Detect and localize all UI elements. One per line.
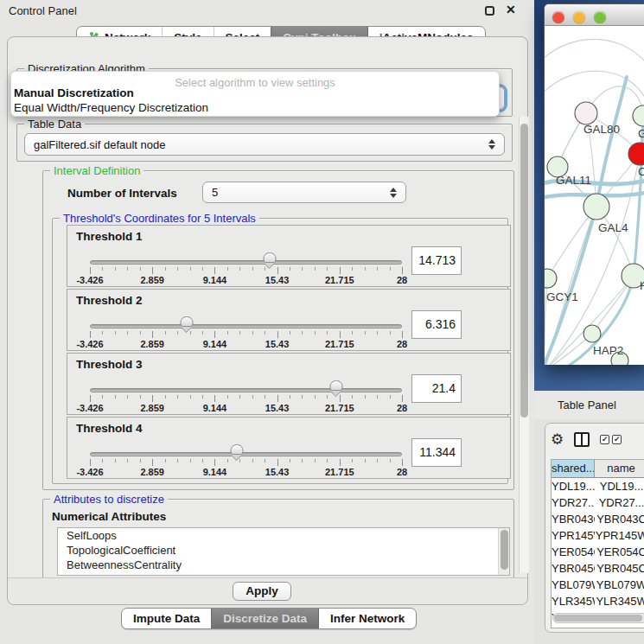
node-attribute-table[interactable]: shared... name YDL19... YDL19... YDR27..… <box>551 459 644 628</box>
group-title: Threshold's Coordinates for 5 Intervals <box>60 212 259 225</box>
slider-tick-labels: -3.426 2.859 9.144 15.43 21.715 28 <box>90 339 402 349</box>
tick-label: 2.859 <box>140 275 164 285</box>
slider-tick-labels: -3.426 2.859 9.144 15.43 21.715 28 <box>90 403 402 413</box>
list-item[interactable]: SelfLoops <box>58 528 509 543</box>
close-traffic-light[interactable] <box>552 11 564 23</box>
group-title: Table Data <box>24 118 85 131</box>
num-intervals-combobox[interactable]: 5 <box>202 182 406 203</box>
node-label: GAL80 <box>583 123 620 136</box>
node-clipped-g[interactable] <box>633 105 644 126</box>
slider-track[interactable] <box>90 452 402 456</box>
threshold-2-panel: Threshold 2 -3.426 2.859 9.144 15.43 21.… <box>67 289 511 351</box>
table-row[interactable]: YBR043C YBR043C <box>552 511 644 527</box>
tick-label: 15.43 <box>265 467 290 477</box>
float-window-icon[interactable] <box>485 6 494 16</box>
scrollbar-thumb[interactable] <box>554 615 642 622</box>
table-row[interactable]: YLR345W YLR345W <box>552 593 644 609</box>
node-label: GAL4 <box>598 221 628 234</box>
dropdown-option-manual[interactable]: Manual Discretization <box>14 86 134 99</box>
checkbox-icon[interactable]: ✓ <box>600 435 609 444</box>
table-row[interactable]: YBL079W YBL079W <box>552 577 644 593</box>
tab-discretize-data[interactable]: Discretize Data <box>211 609 318 628</box>
table-row[interactable]: YBR045C YBR045C <box>552 560 644 577</box>
cell-shared: YDR27... <box>552 494 595 511</box>
node-gal80[interactable] <box>575 102 597 124</box>
threshold-value-field[interactable]: 6.316 <box>411 310 462 339</box>
attributes-list[interactable]: SelfLoops TopologicalCoefficient Between… <box>57 527 510 576</box>
checkbox-icon[interactable]: ✓ <box>612 435 622 444</box>
tick-label: 28 <box>397 403 407 413</box>
apply-row: Apply <box>8 577 527 604</box>
bottom-tab-bar: Impute Data Discretize Data Infer Networ… <box>121 608 417 629</box>
column-visibility-icons[interactable]: ✓ ✓ <box>600 435 622 444</box>
threshold-1-panel: Threshold 1 -3.426 2.859 9.144 15.43 21.… <box>67 225 511 287</box>
node-label: G <box>638 127 644 140</box>
node-gcy1[interactable] <box>545 269 557 288</box>
gear-icon[interactable]: ⚙ <box>551 432 564 447</box>
node-gal4[interactable] <box>583 194 609 220</box>
zoom-traffic-light[interactable] <box>594 11 606 23</box>
tick-label: 28 <box>397 275 407 285</box>
scrollbar-thumb[interactable] <box>520 124 528 418</box>
tick-label: 9.144 <box>203 403 227 413</box>
node-label: GCY1 <box>546 290 578 303</box>
slider-thumb[interactable] <box>330 380 343 391</box>
node-label: H <box>640 279 644 292</box>
slider-ticks <box>90 395 403 402</box>
cell-name: YER054C <box>595 544 644 560</box>
slider-thumb[interactable] <box>180 316 193 327</box>
tab-infer-network[interactable]: Infer Network <box>318 609 416 628</box>
list-item[interactable]: BetweennessCentrality <box>58 558 509 572</box>
cell-name: YBR045C <box>595 560 644 577</box>
stepper-arrows-icon <box>389 182 398 202</box>
column-layout-icon[interactable] <box>574 432 590 447</box>
table-header-row: shared... name <box>552 460 644 478</box>
table-data-combobox[interactable]: galFiltered.sif default node <box>24 133 505 156</box>
node-hap2[interactable] <box>583 325 601 342</box>
cyni-toolbox-panel: Discretization Algorithm Table Data galF… <box>7 36 528 605</box>
tick-label: 15.43 <box>265 275 290 285</box>
minimize-traffic-light[interactable] <box>573 11 585 23</box>
table-row[interactable]: YDR27... YDR27... <box>552 494 644 511</box>
column-header-shared-name[interactable]: shared... <box>552 460 595 477</box>
table-row[interactable]: YPR145W YPR145W <box>552 527 644 544</box>
list-scrollbar[interactable] <box>498 528 509 575</box>
tick-label: 28 <box>397 339 407 349</box>
node-label: C <box>638 165 644 178</box>
tab-impute-data[interactable]: Impute Data <box>122 609 211 628</box>
slider-track[interactable] <box>90 388 402 392</box>
threshold-value-field[interactable]: 14.713 <box>411 246 462 275</box>
stepper-arrows-icon <box>488 134 496 155</box>
slider-track[interactable] <box>90 324 402 328</box>
table-row[interactable]: YDL19... YDL19... <box>552 478 644 494</box>
tick-label: 15.43 <box>265 403 290 413</box>
table-row[interactable]: YER054C YER054C <box>552 544 644 560</box>
column-header-name[interactable]: name <box>595 460 644 477</box>
cell-shared: YPR145W <box>552 527 595 544</box>
node-selected-red[interactable] <box>628 143 644 165</box>
apply-button[interactable]: Apply <box>233 582 291 601</box>
slider-track[interactable] <box>90 260 402 265</box>
cell-shared: YLR345W <box>552 593 595 609</box>
list-item[interactable]: TopologicalCoefficient <box>58 543 509 558</box>
tick-label: 2.859 <box>140 403 164 413</box>
dropdown-option-equal-width[interactable]: Equal Width/Frequency Discretization <box>14 101 208 114</box>
horizontal-scrollbar[interactable] <box>552 613 644 623</box>
scrollbar-thumb[interactable] <box>501 530 508 570</box>
panel-title: Control Panel <box>9 4 77 17</box>
tick-label: -3.426 <box>76 403 103 413</box>
cell-shared: YER054C <box>552 544 595 560</box>
threshold-value-field[interactable]: 21.4 <box>411 374 462 403</box>
panel-scrollbar[interactable] <box>519 117 529 573</box>
network-window-titlebar[interactable] <box>545 4 644 26</box>
table-toolbar: ⚙ ✓ ✓ <box>551 429 622 450</box>
threshold-value-field[interactable]: 11.344 <box>411 438 462 467</box>
table-data-group: Table Data galFiltered.sif default node <box>16 124 513 162</box>
control-panel: Control Panel ✕ Network Style Select <box>0 0 534 644</box>
slider-thumb[interactable] <box>264 252 277 263</box>
close-icon[interactable]: ✕ <box>506 3 516 16</box>
slider-thumb[interactable] <box>230 444 243 455</box>
table-panel-title: Table Panel <box>558 399 616 411</box>
threshold-label: Threshold 2 <box>76 294 143 307</box>
network-canvas[interactable]: GAL80 G C GAL11 GAL4 GCY1 H HAP2 <box>545 27 644 365</box>
